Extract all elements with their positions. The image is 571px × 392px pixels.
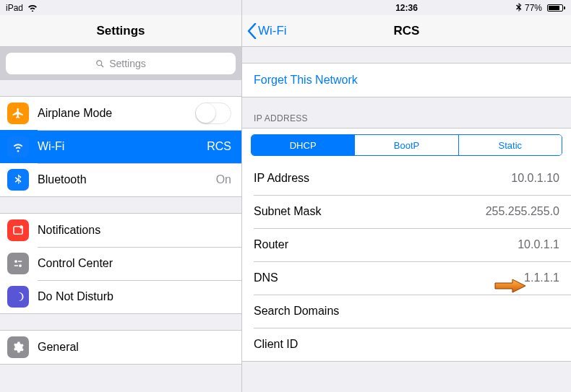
ip-address-label: IP Address [254, 172, 511, 185]
status-bar-right: 12:36 77% [242, 0, 571, 15]
general-icon [7, 336, 29, 358]
dns-value: 1.1.1.1 [524, 271, 559, 284]
section-header-ip: IP ADDRESS [242, 97, 571, 128]
back-button[interactable]: Wi-Fi [242, 23, 287, 39]
battery-percent: 77% [525, 3, 542, 13]
tab-dhcp[interactable]: DHCP [252, 135, 354, 155]
forget-group: Forget This Network [242, 63, 571, 97]
tab-static[interactable]: Static [458, 135, 562, 155]
router-label: Router [254, 238, 518, 251]
settings-title: Settings [96, 24, 145, 38]
dnd-icon [7, 286, 29, 308]
settings-group-alerts: Notifications Control Center Do Not Dist… [0, 213, 241, 314]
settings-group-general: General [0, 330, 241, 365]
right-pane: 12:36 77% Wi-Fi RCS Forget This Network … [242, 0, 571, 392]
segmented-wrap: DHCP BootP Static [242, 128, 571, 162]
subnet-label: Subnet Mask [254, 205, 486, 218]
wifi-icon [7, 136, 29, 157]
bluetooth-value: On [216, 173, 231, 186]
wifi-status-icon [27, 4, 38, 12]
search-container: Settings [0, 47, 241, 80]
row-router[interactable]: Router 10.0.1.1 [242, 228, 571, 261]
airplane-toggle[interactable] [195, 103, 231, 124]
control-center-label: Control Center [38, 257, 231, 270]
right-header: Wi-Fi RCS [242, 15, 571, 47]
bluetooth-status-icon [516, 3, 522, 12]
ip-details: IP Address 10.0.1.10 Subnet Mask 255.255… [242, 162, 571, 362]
svg-rect-5 [14, 265, 18, 266]
row-bluetooth[interactable]: Bluetooth On [0, 163, 241, 196]
svg-point-4 [19, 264, 22, 267]
row-do-not-disturb[interactable]: Do Not Disturb [0, 280, 241, 313]
row-search-domains[interactable]: Search Domains [242, 295, 571, 328]
svg-point-1 [20, 225, 23, 229]
battery-icon [545, 4, 565, 12]
back-label: Wi-Fi [258, 24, 287, 38]
tab-bootp[interactable]: BootP [354, 135, 458, 155]
row-wifi[interactable]: Wi-Fi RCS [0, 130, 241, 163]
bluetooth-icon [7, 169, 29, 191]
row-general[interactable]: General [0, 331, 241, 364]
network-title: RCS [394, 24, 420, 38]
control-center-icon [7, 253, 29, 274]
notifications-label: Notifications [38, 224, 231, 237]
status-bar-left: iPad [0, 0, 241, 15]
notifications-icon [7, 219, 29, 241]
wifi-value: RCS [207, 140, 231, 153]
settings-group-connectivity: Airplane Mode Wi-Fi RCS Bluetooth On [0, 96, 241, 197]
left-pane: iPad Settings Settings Airplane Mode [0, 0, 242, 392]
airplane-label: Airplane Mode [38, 107, 195, 120]
search-placeholder: Settings [109, 58, 146, 69]
device-name: iPad [6, 3, 23, 13]
search-domains-label: Search Domains [254, 305, 559, 318]
svg-rect-3 [18, 261, 22, 262]
row-notifications[interactable]: Notifications [0, 214, 241, 247]
router-value: 10.0.1.1 [518, 238, 559, 251]
ip-address-value: 10.0.1.10 [511, 172, 559, 185]
left-header: Settings [0, 15, 241, 47]
search-input[interactable]: Settings [6, 53, 236, 74]
subnet-value: 255.255.255.0 [486, 205, 559, 218]
row-airplane-mode[interactable]: Airplane Mode [0, 97, 241, 130]
row-subnet-mask[interactable]: Subnet Mask 255.255.255.0 [242, 195, 571, 228]
search-icon [95, 59, 105, 69]
row-control-center[interactable]: Control Center [0, 247, 241, 280]
annotation-arrow-icon [494, 278, 527, 294]
general-label: General [38, 341, 231, 354]
wifi-label: Wi-Fi [38, 140, 207, 153]
client-id-label: Client ID [254, 338, 559, 351]
status-clock: 12:36 [395, 3, 418, 13]
row-ip-address[interactable]: IP Address 10.0.1.10 [242, 162, 571, 195]
dns-label: DNS [254, 271, 524, 284]
svg-point-2 [14, 260, 17, 263]
settings-screen: iPad Settings Settings Airplane Mode [0, 0, 571, 392]
chevron-left-icon [246, 23, 257, 39]
row-client-id[interactable]: Client ID [242, 328, 571, 361]
airplane-icon [7, 103, 29, 124]
forget-network-button[interactable]: Forget This Network [242, 64, 571, 97]
ip-config-segmented: DHCP BootP Static [251, 134, 562, 156]
bluetooth-label: Bluetooth [38, 173, 216, 186]
dnd-label: Do Not Disturb [38, 290, 231, 303]
